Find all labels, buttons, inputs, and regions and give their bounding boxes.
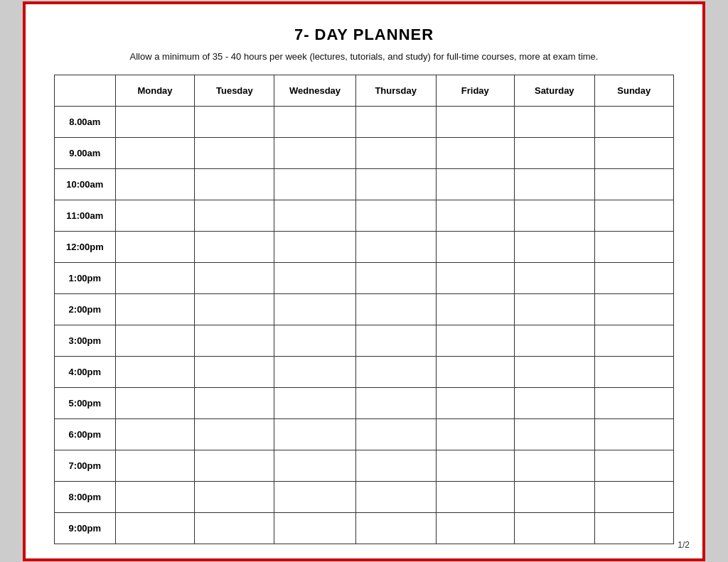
- planner-cell[interactable]: [515, 356, 594, 387]
- planner-cell[interactable]: [436, 450, 514, 481]
- planner-cell[interactable]: [436, 512, 514, 544]
- planner-cell[interactable]: [515, 418, 594, 450]
- planner-cell[interactable]: [515, 512, 594, 544]
- planner-cell[interactable]: [115, 137, 195, 168]
- planner-cell[interactable]: [115, 262, 195, 293]
- planner-cell[interactable]: [355, 293, 436, 325]
- planner-cell[interactable]: [515, 450, 594, 481]
- planner-cell[interactable]: [195, 168, 274, 200]
- planner-cell[interactable]: [515, 325, 594, 356]
- planner-cell[interactable]: [594, 106, 673, 137]
- planner-cell[interactable]: [195, 418, 274, 450]
- planner-cell[interactable]: [115, 387, 195, 418]
- planner-cell[interactable]: [355, 262, 436, 293]
- planner-cell[interactable]: [195, 200, 274, 231]
- planner-cell[interactable]: [594, 512, 673, 544]
- planner-cell[interactable]: [436, 325, 514, 356]
- planner-cell[interactable]: [274, 512, 355, 544]
- planner-cell[interactable]: [195, 450, 274, 481]
- planner-cell[interactable]: [355, 325, 436, 356]
- planner-cell[interactable]: [195, 325, 274, 356]
- planner-cell[interactable]: [594, 200, 673, 231]
- planner-cell[interactable]: [355, 168, 436, 200]
- planner-cell[interactable]: [274, 106, 355, 137]
- planner-cell[interactable]: [355, 512, 436, 544]
- planner-cell[interactable]: [515, 168, 594, 200]
- planner-cell[interactable]: [355, 481, 436, 512]
- planner-cell[interactable]: [594, 418, 673, 450]
- planner-cell[interactable]: [274, 356, 355, 387]
- planner-cell[interactable]: [115, 168, 195, 200]
- planner-cell[interactable]: [355, 387, 436, 418]
- planner-cell[interactable]: [195, 481, 274, 512]
- planner-cell[interactable]: [515, 137, 594, 168]
- planner-cell[interactable]: [436, 168, 514, 200]
- planner-cell[interactable]: [115, 106, 195, 137]
- planner-cell[interactable]: [355, 450, 436, 481]
- planner-cell[interactable]: [274, 200, 355, 231]
- planner-cell[interactable]: [115, 200, 195, 231]
- planner-cell[interactable]: [115, 512, 195, 544]
- planner-cell[interactable]: [436, 262, 514, 293]
- time-label: 9:00pm: [55, 512, 116, 544]
- planner-cell[interactable]: [195, 262, 274, 293]
- planner-cell[interactable]: [594, 450, 673, 481]
- planner-cell[interactable]: [274, 293, 355, 325]
- planner-cell[interactable]: [355, 231, 436, 262]
- planner-cell[interactable]: [274, 418, 355, 450]
- planner-cell[interactable]: [195, 106, 274, 137]
- planner-cell[interactable]: [594, 231, 673, 262]
- planner-cell[interactable]: [436, 231, 514, 262]
- planner-cell[interactable]: [515, 200, 594, 231]
- planner-cell[interactable]: [195, 137, 274, 168]
- planner-cell[interactable]: [436, 387, 514, 418]
- planner-cell[interactable]: [115, 481, 195, 512]
- planner-cell[interactable]: [195, 293, 274, 325]
- planner-cell[interactable]: [115, 231, 195, 262]
- time-label: 5:00pm: [55, 387, 116, 418]
- planner-cell[interactable]: [274, 262, 355, 293]
- planner-cell[interactable]: [355, 200, 436, 231]
- planner-cell[interactable]: [274, 168, 355, 200]
- planner-cell[interactable]: [195, 356, 274, 387]
- planner-cell[interactable]: [594, 356, 673, 387]
- planner-cell[interactable]: [355, 106, 436, 137]
- planner-cell[interactable]: [594, 262, 673, 293]
- planner-cell[interactable]: [515, 481, 594, 512]
- planner-cell[interactable]: [436, 481, 514, 512]
- planner-cell[interactable]: [274, 387, 355, 418]
- planner-cell[interactable]: [274, 137, 355, 168]
- planner-cell[interactable]: [436, 418, 514, 450]
- planner-cell[interactable]: [115, 450, 195, 481]
- planner-cell[interactable]: [594, 137, 673, 168]
- planner-cell[interactable]: [436, 293, 514, 325]
- planner-cell[interactable]: [195, 387, 274, 418]
- planner-cell[interactable]: [515, 293, 594, 325]
- planner-cell[interactable]: [436, 137, 514, 168]
- planner-cell[interactable]: [594, 168, 673, 200]
- planner-cell[interactable]: [115, 418, 195, 450]
- planner-cell[interactable]: [355, 137, 436, 168]
- planner-cell[interactable]: [515, 387, 594, 418]
- planner-cell[interactable]: [515, 106, 594, 137]
- planner-cell[interactable]: [594, 325, 673, 356]
- planner-cell[interactable]: [594, 387, 673, 418]
- planner-cell[interactable]: [115, 356, 195, 387]
- planner-cell[interactable]: [274, 231, 355, 262]
- planner-cell[interactable]: [355, 356, 436, 387]
- planner-cell[interactable]: [274, 450, 355, 481]
- planner-cell[interactable]: [195, 231, 274, 262]
- planner-cell[interactable]: [274, 325, 355, 356]
- planner-cell[interactable]: [274, 481, 355, 512]
- planner-cell[interactable]: [515, 231, 594, 262]
- planner-cell[interactable]: [355, 418, 436, 450]
- planner-cell[interactable]: [195, 512, 274, 544]
- planner-cell[interactable]: [436, 356, 514, 387]
- planner-cell[interactable]: [436, 106, 514, 137]
- planner-cell[interactable]: [115, 325, 195, 356]
- planner-cell[interactable]: [115, 293, 195, 325]
- planner-cell[interactable]: [594, 293, 673, 325]
- planner-cell[interactable]: [436, 200, 514, 231]
- planner-cell[interactable]: [594, 481, 673, 512]
- planner-cell[interactable]: [515, 262, 594, 293]
